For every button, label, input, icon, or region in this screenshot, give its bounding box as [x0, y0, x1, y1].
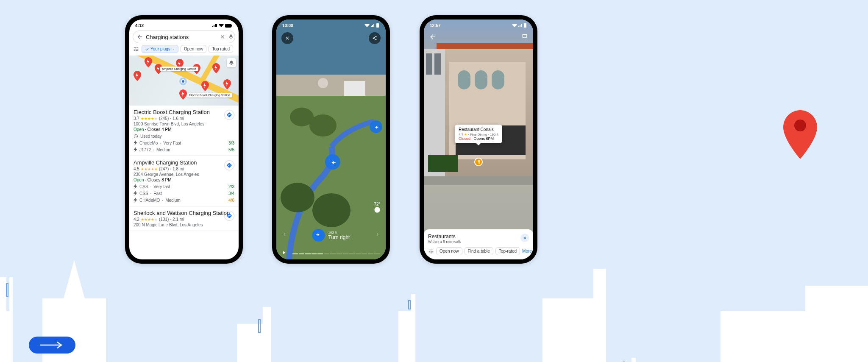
bolt-icon [134, 198, 137, 203]
result-meta: 4.5 ★★★★★ (247) · 1.8 mi [134, 167, 234, 171]
plug-row: ChadeMo · Very Fast 3/3 [134, 140, 234, 145]
directions-button[interactable] [224, 211, 234, 221]
plug-row: J1772 · Medium 5/5 [134, 147, 234, 152]
filter-row: Your plugs Open now Top rated [129, 45, 239, 56]
restaurant-poi-icon[interactable] [474, 158, 483, 166]
result-address: 200 N Magic Lane Blvd, Los Angeles [134, 223, 234, 227]
chip-your-plugs[interactable]: Your plugs [142, 45, 178, 53]
svg-point-4 [794, 120, 806, 131]
prev-step-button[interactable] [282, 231, 287, 239]
signal-icon [212, 24, 217, 27]
play-button[interactable] [281, 249, 287, 257]
report-button[interactable] [521, 33, 528, 42]
phone-street-view: 12:57 Restaurant Conais 4.7 ★ · Fine Din… [420, 15, 537, 264]
map-tooltip-electric: Electric Boost Charging Station [187, 93, 232, 97]
svg-rect-0 [6, 284, 8, 296]
sheet-title: Restaurants [428, 234, 529, 239]
map-view[interactable]: Ampville Charging Station Electric Boost… [129, 56, 239, 106]
wifi-icon [219, 24, 224, 27]
used-today-row: Used today [134, 134, 234, 139]
next-step-button[interactable] [376, 231, 380, 239]
map-tooltip-ampville: Ampville Charging Station [160, 67, 198, 71]
weather-time-icon [374, 206, 381, 213]
result-card[interactable]: Electric Boost Charging Station 3.7 ★★★★… [129, 106, 239, 156]
top-overlay-buttons [281, 32, 381, 44]
nav-instruction-card: 102 ft Turn right [312, 229, 350, 242]
results-list[interactable]: Electric Boost Charging Station 3.7 ★★★★… [129, 106, 239, 231]
chip-top-rated[interactable]: Top-rated [495, 247, 520, 255]
phone-immersive-nav: 10:00 72° [272, 15, 390, 264]
svg-rect-22 [475, 70, 487, 89]
charging-pin-icon[interactable] [212, 63, 220, 73]
svg-rect-14 [344, 81, 365, 96]
chip-open-now[interactable]: Open now [181, 45, 207, 53]
bottom-sheet[interactable]: ✕ Restaurants Within a 5 min walk Open n… [424, 229, 533, 259]
battery-icon [225, 24, 233, 28]
svg-rect-27 [524, 23, 526, 28]
svg-point-12 [281, 183, 314, 212]
plug-row: CSS · Very fast 2/3 [134, 184, 234, 189]
charging-pin-icon[interactable] [145, 57, 152, 67]
result-hours: Open · Closes 4 PM [134, 127, 234, 132]
chip-open-now[interactable]: Open now [436, 247, 462, 255]
sheet-subtitle: Within a 5 min walk [428, 239, 529, 244]
filter-tune-icon[interactable] [428, 248, 434, 255]
close-sheet-button[interactable]: ✕ [520, 234, 529, 242]
layers-button[interactable] [227, 58, 236, 67]
search-input[interactable] [146, 34, 217, 40]
weather-widget[interactable]: 72° [374, 202, 381, 214]
charging-pin-icon[interactable] [134, 71, 141, 81]
share-button[interactable] [369, 32, 381, 44]
directions-button[interactable] [224, 160, 234, 170]
result-address: 2304 George Avenue, Los Angeles [134, 172, 234, 177]
svg-rect-8 [276, 75, 386, 96]
hero-arrow-pill [29, 337, 75, 354]
result-title: Electric Boost Charging Station [134, 109, 234, 115]
clear-icon[interactable] [220, 33, 225, 41]
bolt-icon [134, 184, 137, 189]
more-filters-link[interactable]: More [522, 249, 532, 253]
filter-tune-icon[interactable] [133, 46, 139, 53]
nav-distance: 102 ft [328, 231, 350, 234]
status-bar: 12:57 [424, 19, 533, 29]
hero-map-pin-icon [783, 110, 817, 159]
status-bar: 10:00 [276, 19, 386, 29]
svg-rect-25 [424, 176, 533, 185]
route-progress-bar[interactable] [292, 253, 381, 254]
result-hours: Open · Closes 8 PM [134, 178, 234, 182]
back-button[interactable] [429, 33, 437, 42]
svg-rect-6 [231, 25, 232, 26]
svg-rect-19 [434, 53, 441, 75]
svg-rect-2 [409, 301, 410, 309]
top-overlay-buttons [429, 33, 528, 42]
result-meta: 3.7 ★★★★★ (245) · 1.6 mi [134, 116, 234, 121]
close-button[interactable] [281, 32, 293, 44]
result-card[interactable]: Sherlock and Wattson Charging Station 4.… [129, 206, 239, 231]
charging-pin-icon[interactable] [179, 89, 187, 100]
result-card[interactable]: Ampville Charging Station 4.5 ★★★★★ (247… [129, 156, 239, 206]
svg-rect-18 [426, 53, 432, 75]
charging-pin-icon[interactable] [223, 79, 231, 89]
mic-icon[interactable] [228, 33, 234, 41]
svg-point-13 [312, 193, 351, 227]
poi-tooltip[interactable]: Restaurant Conais 4.7 ★ · Fine Dining · … [455, 125, 502, 143]
sheet-filter-row: Open now Find a table Top-rated More [428, 247, 529, 255]
directions-button[interactable] [224, 110, 234, 120]
back-arrow-icon[interactable] [136, 33, 143, 41]
chip-top-rated[interactable]: Top rated [209, 45, 233, 53]
svg-rect-16 [376, 23, 379, 28]
immersive-3d-view[interactable] [276, 19, 386, 259]
status-time: 12:57 [430, 23, 441, 28]
status-icons [212, 24, 233, 28]
bolt-icon [134, 147, 137, 152]
plug-row: CHAdeMO · Medium 4/6 [134, 198, 234, 203]
status-time: 4:12 [135, 23, 144, 28]
plug-row: CSS · Fast 3/4 [134, 191, 234, 196]
turn-right-icon [312, 229, 325, 242]
svg-rect-21 [458, 70, 470, 89]
search-bar[interactable] [133, 31, 235, 43]
bolt-icon [134, 140, 137, 145]
chip-find-table[interactable]: Find a table [465, 247, 493, 255]
charging-pin-icon[interactable] [201, 81, 209, 91]
svg-rect-23 [492, 70, 504, 89]
